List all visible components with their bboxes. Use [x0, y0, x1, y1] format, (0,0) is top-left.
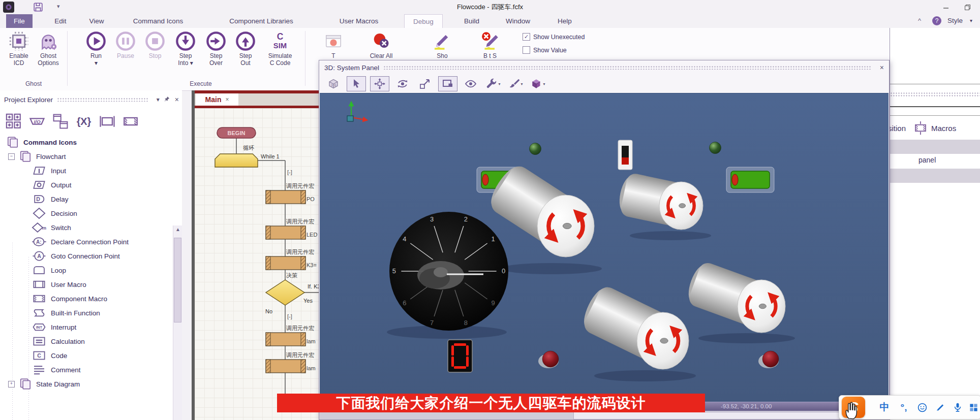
3d-panel-titlebar[interactable]: 3D: System Panel ×: [319, 60, 889, 75]
led-green[interactable]: [710, 142, 721, 154]
pen-button[interactable]: [932, 396, 949, 419]
microphone-button[interactable]: [949, 396, 966, 419]
tree-item-component-macro[interactable]: Component Macro: [0, 292, 173, 306]
3d-tool-eye-button[interactable]: [462, 77, 480, 91]
hscrollbar-thumb[interactable]: [573, 412, 859, 419]
tab-close-icon[interactable]: ×: [225, 96, 229, 103]
pencil-x-button[interactable]: B t S: [468, 30, 512, 59]
3d-tool-cubefill-button[interactable]: ▾: [529, 77, 547, 91]
panel-drag-handle[interactable]: [57, 98, 148, 102]
step-into-button[interactable]: Step Into ▾: [171, 30, 200, 67]
ime-language-button[interactable]: 中: [876, 396, 893, 419]
menu-item-edit[interactable]: Edit: [48, 14, 73, 28]
led-red-sphere[interactable]: [542, 351, 559, 367]
tree-item-flowchart[interactable]: − Flowchart: [0, 149, 173, 164]
windows-pair-palette-button[interactable]: [52, 113, 69, 130]
pencil-button[interactable]: Sho: [420, 30, 465, 59]
tree-item-built-in-function[interactable]: Built-in Function: [0, 306, 173, 320]
3d-tool-brush-button[interactable]: ▾: [506, 77, 525, 91]
macros-header-label[interactable]: Macros: [931, 124, 956, 133]
menu-item-window[interactable]: Window: [498, 14, 538, 28]
pause-button[interactable]: Pause: [111, 30, 140, 59]
pin-icon[interactable]: [164, 96, 171, 103]
3d-tool-cube3d-button[interactable]: 3D: [324, 77, 343, 91]
3d-tool-move-button[interactable]: [370, 76, 389, 91]
3d-tool-resize-button[interactable]: [416, 77, 434, 91]
close-icon[interactable]: ×: [175, 95, 179, 104]
tree-item-delay[interactable]: DDelay: [0, 192, 173, 206]
tree-item-command-icons[interactable]: Command Icons: [0, 135, 173, 149]
menu-item-debug[interactable]: Debug: [404, 14, 443, 28]
tree-item-input[interactable]: Input: [0, 164, 173, 178]
3d-tool-camera-button[interactable]: [438, 76, 457, 91]
component-macro-block[interactable]: [266, 190, 305, 204]
braces-x-palette-button[interactable]: {X}: [75, 113, 93, 130]
menu-item-build[interactable]: Build: [457, 14, 486, 28]
tree-item-switch[interactable]: mSwitch: [0, 220, 173, 235]
3d-scene[interactable]: 0123456789: [320, 93, 889, 402]
tree-item-calculation[interactable]: Calculation: [0, 334, 173, 348]
collapse-marker[interactable]: [-]: [287, 313, 292, 319]
component-macro-block[interactable]: [266, 360, 305, 373]
led-green[interactable]: [530, 143, 541, 155]
3d-viewport[interactable]: 0123456789: [320, 93, 889, 403]
3d-panel-drag-handle[interactable]: [383, 66, 871, 70]
stop-button[interactable]: Stop: [140, 30, 170, 59]
panel-drag-handle[interactable]: [890, 92, 980, 97]
component-macro-block[interactable]: [266, 226, 305, 239]
tree-item-state-diagram[interactable]: + State Diagram: [0, 377, 173, 391]
minimize-button[interactable]: [937, 2, 955, 12]
ghost-options-button[interactable]: Ghost Options: [34, 30, 63, 67]
style-menu[interactable]: Style: [947, 17, 963, 24]
3d-tool-cursor-button[interactable]: [347, 76, 366, 91]
tab-main[interactable]: Main ×: [196, 93, 238, 106]
seven-segment-display[interactable]: [448, 340, 472, 372]
scroll-up-icon[interactable]: ▲: [175, 227, 180, 232]
menu-item-view[interactable]: View: [84, 14, 109, 28]
tree-scrollbar-thumb[interactable]: [174, 238, 181, 322]
expander-icon[interactable]: +: [8, 381, 15, 387]
help-icon[interactable]: ?: [932, 16, 941, 25]
table-cell[interactable]: panel: [918, 156, 936, 164]
tree-item-loop[interactable]: Loop: [0, 263, 173, 277]
restore-button[interactable]: [959, 2, 976, 12]
rotary-switch[interactable]: 0123456789: [389, 212, 508, 331]
tree-item-interrupt[interactable]: INTInterrupt: [0, 320, 173, 334]
while-loop-block[interactable]: [215, 154, 258, 167]
io-trap-palette-button[interactable]: I/O: [28, 113, 46, 130]
collapse-marker[interactable]: [-]: [287, 169, 292, 175]
3d-tool-orbit-button[interactable]: [393, 77, 412, 91]
checkbox-show-value[interactable]: Show Value: [523, 46, 567, 54]
ime-punctuation-button[interactable]: °‚: [895, 396, 912, 419]
component-macro-block[interactable]: [266, 333, 305, 346]
decision-block[interactable]: [266, 280, 304, 305]
step-out-button[interactable]: Step Out: [231, 30, 260, 67]
bp-clear-button[interactable]: Clear All: [359, 30, 404, 59]
tree-item-comment[interactable]: Comment: [0, 363, 173, 377]
menu-item-user-macros[interactable]: User Macros: [325, 14, 392, 28]
3d-tool-wrench-button[interactable]: ▾: [484, 77, 502, 91]
checkbox-show-unexecuted[interactable]: ✓Show Unexecuted: [523, 33, 585, 41]
bp-window-button[interactable]: T: [311, 30, 356, 59]
grid-plus-palette-button[interactable]: [5, 113, 22, 130]
style-dropdown-icon[interactable]: ▾: [970, 18, 972, 23]
menu-item-command-icons[interactable]: Command Icons: [119, 14, 197, 28]
close-icon[interactable]: ×: [880, 63, 884, 72]
expander-icon[interactable]: −: [8, 153, 15, 160]
tree-item-decision[interactable]: Decision: [0, 206, 173, 220]
enable-icd-button[interactable]: Enable ICD: [4, 30, 34, 67]
checkbox-icon[interactable]: ✓: [523, 33, 530, 41]
component-macro-block[interactable]: [266, 256, 305, 270]
macro-hatch-palette-button[interactable]: [122, 113, 139, 130]
led-bargraph[interactable]: [726, 167, 774, 192]
tree-item-code[interactable]: CCode: [0, 348, 173, 363]
tree-item-user-macro[interactable]: User Macro: [0, 277, 173, 292]
ime-keyboard-grid-button[interactable]: [966, 396, 980, 419]
checkbox-icon[interactable]: [523, 46, 530, 54]
table-row[interactable]: [890, 169, 980, 183]
tree-item-output[interactable]: Output: [0, 178, 173, 192]
step-over-button[interactable]: Step Over: [201, 30, 231, 67]
simulate-c-code-button[interactable]: CSIM Simulate C Code: [265, 30, 295, 67]
emoji-button[interactable]: [913, 396, 931, 419]
tree-item-goto-connection-point[interactable]: AGoto Connection Point: [0, 249, 173, 263]
